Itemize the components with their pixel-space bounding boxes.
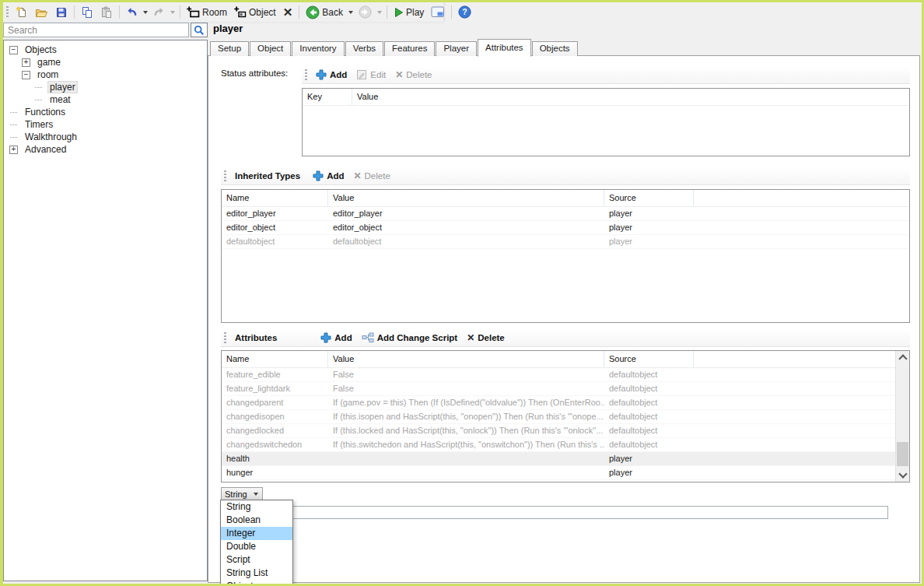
vertical-scrollbar[interactable] <box>895 351 909 482</box>
table-row[interactable]: feature_edible False defaultobject <box>222 368 909 382</box>
help-button[interactable]: ? <box>456 4 474 20</box>
inherited-add-button[interactable]: Add <box>310 169 347 183</box>
tab[interactable]: Features <box>384 41 435 56</box>
forward-button[interactable] <box>356 4 374 20</box>
scroll-up-button[interactable] <box>896 351 909 364</box>
attributes-delete-button[interactable]: ✕Delete <box>464 332 508 344</box>
add-change-script-button[interactable]: Add Change Script <box>359 331 461 345</box>
table-row[interactable]: changedswitchedon If (this.switchedon an… <box>222 438 909 452</box>
object-tree: − Objects + game − room player <box>3 40 208 581</box>
tree-item-label: player <box>47 81 78 93</box>
tab[interactable]: Setup <box>210 41 249 56</box>
table-row[interactable]: changedparent If (game.pov = this) Then … <box>222 396 909 410</box>
table-row[interactable]: defaultobject defaultobject player <box>222 235 909 249</box>
dropdown-option[interactable]: Boolean <box>221 514 292 527</box>
tab[interactable]: Object <box>250 41 291 56</box>
scroll-down-button[interactable] <box>896 468 909 482</box>
attribute-value-input[interactable] <box>221 506 888 519</box>
column-header-name[interactable]: Name <box>222 351 328 367</box>
tree-expander-icon[interactable]: − <box>9 46 18 54</box>
undo-dropdown-caret[interactable] <box>143 11 148 14</box>
log-window-button[interactable] <box>429 5 447 19</box>
scrollbar-thumb[interactable] <box>897 442 908 466</box>
add-room-button[interactable]: Room <box>184 5 229 19</box>
attribute-type-dropdown[interactable]: String <box>221 487 263 500</box>
tab[interactable]: Inventory <box>292 41 344 56</box>
status-add-button[interactable]: Add <box>313 68 350 82</box>
table-row[interactable]: changedlocked If (this.locked and HasScr… <box>222 424 909 438</box>
status-attributes-label: Status attributes: <box>221 66 302 78</box>
tree-item[interactable]: − room <box>4 68 207 81</box>
column-header-value[interactable]: Value <box>328 351 604 367</box>
tree-item[interactable]: + game <box>4 56 207 68</box>
forward-dropdown-caret[interactable] <box>377 11 382 14</box>
redo-dropdown-caret[interactable] <box>170 11 175 14</box>
inherited-delete-button[interactable]: ✕Delete <box>351 170 394 182</box>
tree-expander-icon[interactable] <box>34 83 43 92</box>
column-header-value[interactable]: Value <box>352 89 909 105</box>
main-toolbar: Room Object ✕ Back Play ? <box>3 2 443 22</box>
status-delete-button[interactable]: ✕Delete <box>392 68 435 81</box>
tree-item[interactable]: player <box>4 81 207 93</box>
table-row[interactable]: feature_lightdark False defaultobject <box>222 382 909 396</box>
tree-item[interactable]: + Advanced <box>4 143 207 156</box>
attributes-add-button[interactable]: Add <box>317 331 355 345</box>
tree-expander-icon[interactable]: + <box>22 58 30 67</box>
toolbar-separator <box>119 5 120 19</box>
table-header[interactable]: Name Value Source <box>222 351 909 368</box>
tree-expander-icon[interactable] <box>34 96 43 104</box>
tab[interactable]: Verbs <box>345 41 383 56</box>
new-file-button[interactable] <box>13 5 30 20</box>
tree-expander-icon[interactable] <box>9 133 18 142</box>
tab[interactable]: Player <box>436 41 477 56</box>
dropdown-option[interactable]: Object <box>221 580 292 586</box>
tree-item-label: meat <box>47 94 73 105</box>
column-header-source[interactable]: Source <box>604 351 694 367</box>
back-button[interactable]: Back <box>303 4 345 21</box>
table-row[interactable]: health player <box>222 452 909 466</box>
toolbar-grip <box>224 332 226 344</box>
table-body: feature_edible False defaultobject featu… <box>222 368 909 480</box>
tree-expander-icon[interactable]: − <box>22 71 30 79</box>
tree-item[interactable]: Walkthrough <box>4 131 207 143</box>
save-button[interactable] <box>53 5 70 20</box>
back-dropdown-caret[interactable] <box>348 11 353 14</box>
delete-button[interactable]: ✕ <box>281 5 296 19</box>
tree-item[interactable]: − Objects <box>4 44 207 56</box>
play-button[interactable]: Play <box>391 5 426 19</box>
table-row[interactable]: editor_object editor_object player <box>222 221 909 235</box>
column-header-name[interactable]: Name <box>222 190 328 206</box>
status-edit-button[interactable]: Edit <box>353 68 389 82</box>
dropdown-option[interactable]: String List <box>221 567 292 580</box>
redo-button[interactable] <box>151 5 167 19</box>
table-header[interactable]: Name Value Source <box>222 190 909 207</box>
dropdown-option[interactable]: Double <box>221 540 292 553</box>
open-button[interactable] <box>33 5 51 20</box>
search-input[interactable] <box>3 23 189 37</box>
column-header-value[interactable]: Value <box>328 190 604 206</box>
paste-button[interactable] <box>98 5 115 20</box>
search-button[interactable] <box>191 23 208 37</box>
tree-expander-icon[interactable] <box>9 108 18 117</box>
add-object-button[interactable]: Object <box>232 5 278 19</box>
tree-item[interactable]: Functions <box>4 106 207 118</box>
tree-expander-icon[interactable]: + <box>9 146 18 154</box>
tab[interactable]: Objects <box>532 41 578 56</box>
tree-expander-icon[interactable] <box>9 121 18 129</box>
table-row[interactable]: hunger player <box>222 466 909 480</box>
dropdown-option[interactable]: Integer <box>221 527 292 540</box>
column-header-source[interactable]: Source <box>604 190 694 206</box>
add-object-icon <box>234 6 247 18</box>
column-header-key[interactable]: Key <box>303 89 352 105</box>
tab[interactable]: Attributes <box>478 39 531 57</box>
table-header[interactable]: Key Value <box>303 89 909 106</box>
undo-button[interactable] <box>124 5 140 19</box>
table-row[interactable]: changedisopen If (this.isopen and HasScr… <box>222 410 909 424</box>
dropdown-option[interactable]: Script <box>221 553 292 567</box>
tree-item[interactable]: meat <box>4 93 207 106</box>
copy-button[interactable] <box>79 5 96 20</box>
tree-item[interactable]: Timers <box>4 118 207 131</box>
dropdown-option[interactable]: String <box>221 500 292 514</box>
table-row[interactable]: editor_player editor_player player <box>222 207 909 221</box>
add-object-label: Object <box>249 7 276 18</box>
